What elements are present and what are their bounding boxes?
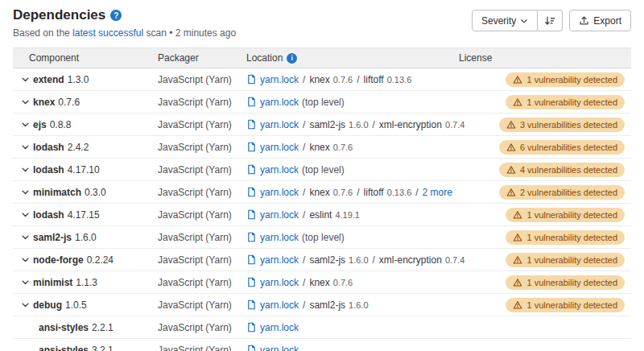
location-dependency-version: 1.6.0 bbox=[349, 120, 368, 130]
packager-cell: JavaScript (Yarn) bbox=[158, 74, 246, 85]
license-cell: 1 vulnerability detected bbox=[459, 230, 631, 245]
file-icon bbox=[246, 187, 257, 197]
latest-scan-link[interactable]: latest successful bbox=[72, 27, 143, 39]
location-cell: yarn.lock/knex0.7.6 bbox=[246, 277, 459, 288]
location-cell: yarn.lock/saml2-js1.6.0/xml-encryption0.… bbox=[246, 119, 459, 130]
table-row: debug1.0.5JavaScript (Yarn)yarn.lock/sam… bbox=[13, 294, 631, 316]
location-separator: / bbox=[303, 74, 305, 85]
vulnerability-badge[interactable]: 6 vulnerabilities detected bbox=[499, 140, 625, 155]
help-icon[interactable]: ? bbox=[110, 10, 122, 21]
location-cell: yarn.lock bbox=[246, 345, 459, 351]
warning-triangle-icon bbox=[513, 255, 522, 265]
component-version: 0.3.0 bbox=[85, 187, 106, 198]
license-cell: 1 vulnerability detected bbox=[459, 275, 631, 290]
location-file-link[interactable]: yarn.lock bbox=[260, 345, 299, 351]
location-file-link[interactable]: yarn.lock bbox=[260, 74, 299, 85]
severity-dropdown[interactable]: Severity bbox=[472, 10, 538, 31]
chevron-down-icon[interactable] bbox=[21, 75, 30, 84]
packager-cell: JavaScript (Yarn) bbox=[158, 232, 246, 243]
packager-cell: JavaScript (Yarn) bbox=[158, 254, 246, 266]
table-row: knex0.7.6JavaScript (Yarn)yarn.lock(top … bbox=[13, 91, 631, 114]
chevron-down-icon[interactable] bbox=[21, 120, 30, 129]
warning-triangle-icon bbox=[513, 97, 522, 107]
vulnerability-badge[interactable]: 1 vulnerability detected bbox=[506, 298, 625, 312]
location-dependency-version: 0.7.6 bbox=[333, 278, 353, 287]
vulnerability-badge[interactable]: 1 vulnerability detected bbox=[506, 208, 625, 222]
component-name: lodash bbox=[33, 164, 64, 176]
vulnerability-badge-label: 6 vulnerabilities detected bbox=[520, 142, 617, 152]
location-file-link[interactable]: yarn.lock bbox=[260, 254, 299, 266]
location-cell: yarn.lock/knex0.7.6 bbox=[246, 142, 459, 153]
vulnerability-badge-label: 1 vulnerability detected bbox=[526, 278, 617, 287]
location-separator: / bbox=[373, 119, 375, 130]
location-file-link[interactable]: yarn.lock bbox=[260, 322, 299, 333]
chevron-down-icon[interactable] bbox=[21, 255, 30, 264]
component-version: 3.2.1 bbox=[92, 345, 114, 351]
vulnerability-badge-label: 1 vulnerability detected bbox=[526, 233, 617, 242]
location-file-link[interactable]: yarn.lock bbox=[260, 97, 299, 108]
page-title: Dependencies bbox=[13, 7, 105, 23]
vulnerability-badge[interactable]: 3 vulnerabilities detected bbox=[499, 118, 625, 132]
location-dependency-version: 0.13.6 bbox=[387, 75, 412, 85]
location-file-link[interactable]: yarn.lock bbox=[260, 277, 299, 288]
vulnerability-badge[interactable]: 1 vulnerability detected bbox=[506, 95, 625, 109]
info-icon[interactable]: i bbox=[287, 53, 297, 64]
chevron-down-icon[interactable] bbox=[21, 210, 30, 219]
chevron-down-icon[interactable] bbox=[21, 300, 30, 309]
license-cell: 2 vulnerabilities detected bbox=[459, 185, 631, 200]
chevron-down-icon[interactable] bbox=[21, 188, 30, 196]
chevron-down-icon[interactable] bbox=[21, 142, 30, 151]
component-name: lodash bbox=[33, 209, 64, 221]
component-name: minimist bbox=[33, 277, 72, 288]
location-dependency-name: knex bbox=[309, 187, 329, 198]
component-name: ejs bbox=[33, 119, 47, 130]
location-file-link[interactable]: yarn.lock bbox=[260, 119, 299, 130]
location-file-link[interactable]: yarn.lock bbox=[260, 232, 299, 243]
location-file-link[interactable]: yarn.lock bbox=[260, 209, 299, 221]
packager-cell: JavaScript (Yarn) bbox=[158, 277, 246, 288]
table-body: extend1.3.0JavaScript (Yarn)yarn.lock/kn… bbox=[13, 68, 631, 351]
component-cell: ansi-styles3.2.1 bbox=[13, 345, 158, 351]
location-file-link[interactable]: yarn.lock bbox=[260, 142, 299, 153]
location-dependency-name: eslint bbox=[309, 209, 332, 221]
component-cell: lodash2.4.2 bbox=[13, 142, 158, 153]
component-cell: lodash4.17.15 bbox=[13, 209, 158, 221]
file-icon bbox=[246, 322, 257, 332]
vulnerability-badge[interactable]: 1 vulnerability detected bbox=[506, 72, 625, 87]
component-version: 1.6.0 bbox=[75, 232, 97, 243]
component-version: 1.0.5 bbox=[65, 299, 87, 311]
component-cell: node-forge0.2.24 bbox=[13, 254, 158, 266]
location-dependency-version: 0.7.6 bbox=[333, 142, 353, 152]
chevron-down-icon[interactable] bbox=[21, 97, 30, 106]
location-file-link[interactable]: yarn.lock bbox=[260, 299, 299, 311]
vulnerability-badge[interactable]: 2 vulnerabilities detected bbox=[499, 185, 625, 200]
location-file-link[interactable]: yarn.lock bbox=[260, 164, 299, 176]
chevron-down-icon[interactable] bbox=[21, 165, 30, 174]
component-cell: extend1.3.0 bbox=[13, 74, 158, 85]
location-dependency-name: saml2-js bbox=[309, 119, 345, 130]
table-header-row: Component Packager Location i License bbox=[13, 47, 631, 68]
vulnerability-badge-label: 1 vulnerability detected bbox=[526, 97, 617, 107]
warning-triangle-icon bbox=[513, 75, 522, 85]
license-cell: 1 vulnerability detected bbox=[459, 253, 631, 267]
location-dependency-name: liftoff bbox=[364, 74, 384, 85]
location-suffix: (top level) bbox=[302, 97, 345, 108]
subtitle-separator: • bbox=[169, 27, 172, 39]
vulnerability-badge[interactable]: 1 vulnerability detected bbox=[506, 230, 625, 245]
location-cell: yarn.lock/eslint4.19.1 bbox=[246, 209, 459, 221]
location-more-link[interactable]: 2 more bbox=[423, 187, 452, 198]
component-name: ansi-styles bbox=[39, 345, 89, 351]
packager-cell: JavaScript (Yarn) bbox=[158, 97, 246, 108]
location-dependency-version: 0.13.6 bbox=[387, 188, 412, 197]
dependencies-table: Component Packager Location i License ex… bbox=[13, 47, 631, 351]
vulnerability-badge[interactable]: 1 vulnerability detected bbox=[506, 275, 625, 290]
location-file-link[interactable]: yarn.lock bbox=[260, 187, 299, 198]
vulnerability-badge[interactable]: 4 vulnerabilities detected bbox=[499, 163, 625, 177]
location-cell: yarn.lock(top level) bbox=[246, 164, 459, 176]
sort-direction-button[interactable] bbox=[538, 10, 563, 31]
component-name: extend bbox=[33, 74, 64, 85]
chevron-down-icon[interactable] bbox=[21, 233, 30, 242]
vulnerability-badge[interactable]: 1 vulnerability detected bbox=[506, 253, 625, 267]
export-button[interactable]: Export bbox=[569, 10, 631, 31]
chevron-down-icon[interactable] bbox=[21, 278, 30, 287]
